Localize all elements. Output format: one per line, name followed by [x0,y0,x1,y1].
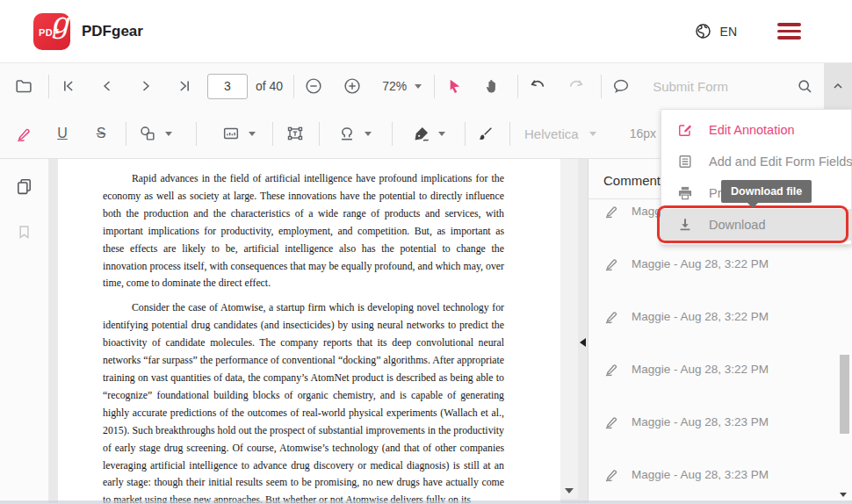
document-scrollbar[interactable] [560,159,578,499]
bookmarks-panel-button[interactable] [12,220,37,243]
menu-item-label: Add and Edit Form Fields [709,155,852,169]
header-actions: EN [694,22,801,40]
strikethrough-tool-button[interactable]: S [82,117,120,150]
comment-label: Maggie - Aug 28, 3:22 PM [632,308,769,325]
zoom-out-button[interactable] [294,69,333,103]
app-header: PDF g PDFgear EN [0,0,852,63]
stamp-icon [337,124,357,143]
logo-pen-glyph: g [51,5,69,40]
comment-tool-button[interactable] [602,69,640,103]
first-page-icon [60,77,77,95]
brush-tool-button[interactable] [466,117,504,150]
undo-icon [528,76,547,96]
main-menu-button[interactable] [777,23,801,40]
zoom-level-dropdown[interactable]: 72% [382,79,422,93]
download-tooltip: Download file [721,180,812,203]
search-button[interactable] [785,69,824,103]
open-file-button[interactable] [4,69,43,103]
pdfgear-logo[interactable]: PDF g [33,13,70,50]
chevron-down-icon [415,84,422,89]
chevron-right-icon [137,77,155,95]
document-text: Rapid advances in the field of artificia… [103,170,504,503]
language-label: EN [720,25,737,39]
undo-button[interactable] [518,69,557,103]
zoom-level-label: 72% [382,79,407,93]
main-toolbar: of 40 72% [0,63,852,109]
speech-bubble-icon [611,76,631,96]
comment-label: Maggie - Aug 28, 3:22 PM [632,361,769,378]
print-icon [676,184,694,202]
chevron-up-icon [831,79,845,93]
first-page-button[interactable] [49,69,88,103]
paragraph: Rapid advances in the field of artificia… [103,170,504,292]
bookmark-icon [15,223,33,241]
menu-item-label: Download [709,218,766,232]
zoom-in-button[interactable] [333,69,372,103]
comment-item[interactable]: Maggie - Aug 28, 3:23 PM [588,463,852,504]
brush-icon [476,125,495,143]
comment-label: Maggie - Aug 28, 3:23 PM [632,414,769,430]
left-sidebar [0,159,49,503]
signature-pen-icon [412,125,430,143]
signature-tool-dropdown[interactable] [401,117,456,150]
strikethrough-icon: S [97,126,106,141]
highlight-tool-button[interactable] [4,117,43,150]
annotation-pen-icon [603,256,620,272]
globe-icon [694,22,712,40]
chevron-left-icon [98,77,116,95]
menu-item-edit-annotation[interactable]: Edit Annotation [661,114,851,146]
search-icon [796,77,814,96]
stamp-tool-dropdown[interactable] [327,117,381,150]
comment-item[interactable]: Maggie - Aug 28, 3:22 PM [588,357,852,410]
submit-form-button[interactable]: Submit Form [653,79,728,94]
hamburger-icon [777,23,801,26]
annotation-pen-icon [603,308,620,325]
folder-icon [14,76,33,96]
comments-scroll-down-icon[interactable] [840,493,847,497]
page-total-label: of 40 [256,79,283,93]
redo-button[interactable] [557,69,596,103]
menu-item-form-fields[interactable]: Add and Edit Form Fields [661,146,851,177]
toolbar-divider [196,122,197,146]
language-selector[interactable]: EN [694,22,737,40]
annotation-pen-icon [603,203,620,220]
image-tool-dropdown[interactable] [211,117,265,150]
comment-item[interactable]: Maggie - Aug 28, 3:22 PM [588,252,852,305]
collapse-panel-button[interactable] [580,338,586,347]
underline-tool-button[interactable]: U [43,117,82,150]
select-tool-button[interactable] [435,69,473,103]
comments-scrollbar-thumb[interactable] [840,355,849,434]
scroll-down-icon[interactable] [565,488,574,493]
previous-page-button[interactable] [88,69,126,103]
image-icon [221,124,241,143]
thumbnails-panel-button[interactable] [12,175,37,198]
menu-item-download[interactable]: Download [661,209,851,241]
redo-icon [567,76,586,96]
text-box-tool-button[interactable] [273,117,317,150]
annotation-pen-icon [603,466,620,483]
document-area: Rapid advances in the field of artificia… [49,159,588,503]
comment-label: Maggie - Aug 28, 3:22 PM [632,256,769,272]
zoom-out-icon [304,76,323,96]
comment-item[interactable]: Maggie - Aug 28, 3:22 PM [588,305,852,357]
chevron-down-icon [589,132,596,136]
next-page-button[interactable] [126,69,165,103]
toolbar-divider [392,122,393,146]
font-family-dropdown[interactable]: Helvetica [524,126,596,141]
toolbar-divider [319,122,320,146]
hand-tool-button[interactable] [473,69,512,103]
comment-item[interactable]: Maggie - Aug 28, 3:23 PM [588,410,852,463]
annotation-pen-icon [603,361,620,378]
pdf-page: Rapid advances in the field of artificia… [58,159,560,503]
page-number-input[interactable] [207,74,248,99]
chevron-down-icon [249,132,256,136]
menu-item-label: Edit Annotation [709,123,795,137]
form-fields-icon [676,153,694,170]
shapes-icon [138,124,157,143]
shapes-tool-dropdown[interactable] [127,117,182,150]
underline-icon: U [57,126,68,141]
pages-icon [14,176,34,197]
last-page-icon [176,77,193,95]
collapse-toolbar-button[interactable] [824,63,852,109]
last-page-button[interactable] [165,69,204,103]
